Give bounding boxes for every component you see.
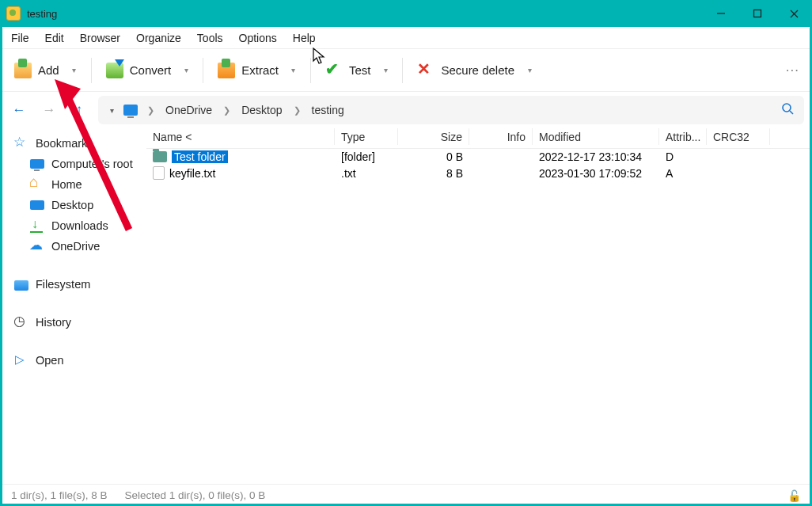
menu-help[interactable]: Help [285,29,324,47]
extract-button[interactable]: Extract [211,58,285,83]
secure-delete-dropdown[interactable]: ▾ [521,61,538,79]
up-button[interactable]: ↑ [68,99,90,121]
play-icon [14,354,28,367]
sidebar-home[interactable]: Home [3,174,143,195]
desktop-icon [30,200,44,210]
home-icon [30,178,44,191]
close-button[interactable] [776,0,812,27]
search-icon[interactable] [778,102,798,119]
menu-options[interactable]: Options [231,29,285,47]
forward-button[interactable]: → [38,99,60,121]
col-name[interactable]: Name < [146,128,335,145]
window-controls [703,0,812,27]
breadcrumb[interactable]: ▾ ❯ OneDrive ❯ Desktop ❯ testing [98,96,804,124]
menu-tools[interactable]: Tools [189,29,231,47]
window-title: testing [27,8,703,20]
check-icon [325,63,343,78]
test-label: Test [349,63,371,77]
column-headers[interactable]: Name < Type Size Info Modified Attrib...… [146,128,812,149]
secure-delete-label: Secure delete [441,63,514,77]
menu-edit[interactable]: Edit [37,29,72,47]
convert-button[interactable]: Convert [100,58,178,83]
menubar: File Edit Browser Organize Tools Options… [0,27,812,49]
convert-icon [106,63,123,78]
breadcrumb-onedrive[interactable]: OneDrive [162,101,215,120]
status-bar: 1 dir(s), 1 file(s), 8 B Selected 1 dir(… [0,484,812,506]
svg-rect-1 [754,10,761,17]
x-icon [417,63,434,78]
computer-icon[interactable] [123,105,138,116]
test-dropdown[interactable]: ▾ [377,61,394,79]
file-row[interactable]: Test folder [folder] 0 B 2022-12-17 23:1… [146,149,812,165]
toolbar-overflow[interactable]: ··· [778,58,807,83]
nav-row: ← → ↑ ▾ ❯ OneDrive ❯ Desktop ❯ testing [0,92,812,128]
col-crc[interactable]: CRC32 [707,128,770,145]
convert-dropdown[interactable]: ▾ [177,61,195,79]
menu-organize[interactable]: Organize [128,29,189,47]
breadcrumb-history-dropdown[interactable]: ▾ [103,106,120,115]
col-size[interactable]: Size [398,128,469,145]
menu-file[interactable]: File [3,29,37,47]
chevron-right-icon: ❯ [217,105,237,116]
col-info[interactable]: Info [469,128,533,145]
sidebar-open[interactable]: Open [3,350,143,371]
file-row[interactable]: keyfile.txt .txt 8 B 2023-01-30 17:09:52… [146,165,812,181]
sidebar: Bookmarks Computer's root Home Desktop D… [0,128,146,484]
titlebar: testing [0,0,812,27]
history-icon [14,316,28,329]
sidebar-desktop[interactable]: Desktop [3,195,143,215]
breadcrumb-testing[interactable]: testing [309,101,347,120]
add-button[interactable]: Add [8,58,66,83]
app-icon [6,6,21,21]
extract-label: Extract [241,63,279,77]
download-icon [30,219,44,232]
main-area: Bookmarks Computer's root Home Desktop D… [0,128,812,484]
sidebar-onedrive[interactable]: OneDrive [3,236,143,257]
breadcrumb-desktop[interactable]: Desktop [238,101,285,120]
folder-icon [14,280,28,291]
test-button[interactable]: Test [319,58,378,83]
svg-line-5 [790,111,793,114]
file-icon [153,166,165,180]
file-list: Name < Type Size Info Modified Attrib...… [146,128,812,484]
sidebar-computers-root[interactable]: Computer's root [3,154,143,174]
menu-browser[interactable]: Browser [72,29,128,47]
back-button[interactable]: ← [8,99,30,121]
status-selection: Selected 1 dir(s), 0 file(s), 0 B [125,489,266,501]
extract-dropdown[interactable]: ▾ [285,61,302,79]
minimize-button[interactable] [703,0,739,27]
chevron-right-icon: ❯ [287,105,307,116]
star-icon [14,137,28,150]
add-label: Add [38,63,59,77]
cloud-icon [30,240,44,253]
svg-point-4 [783,104,791,112]
sidebar-filesystem[interactable]: Filesystem [3,274,143,295]
extract-icon [218,63,235,78]
convert-label: Convert [130,63,172,77]
monitor-icon [30,159,44,169]
add-dropdown[interactable]: ▾ [66,61,83,79]
add-icon [14,63,32,78]
sidebar-downloads[interactable]: Downloads [3,215,143,236]
secure-delete-button[interactable]: Secure delete [411,58,521,83]
chevron-right-icon: ❯ [141,105,161,116]
col-attrib[interactable]: Attrib... [659,128,707,145]
sidebar-bookmarks[interactable]: Bookmarks [3,133,143,154]
col-type[interactable]: Type [335,128,398,145]
col-modified[interactable]: Modified [533,128,659,145]
maximize-button[interactable] [739,0,776,27]
toolbar: Add ▾ Convert ▾ Extract ▾ Test ▾ Secure … [0,49,812,92]
sidebar-history[interactable]: History [3,312,143,333]
status-totals: 1 dir(s), 1 file(s), 8 B [11,489,108,501]
unlock-icon[interactable]: 🔓 [787,489,801,502]
folder-icon [153,151,167,162]
